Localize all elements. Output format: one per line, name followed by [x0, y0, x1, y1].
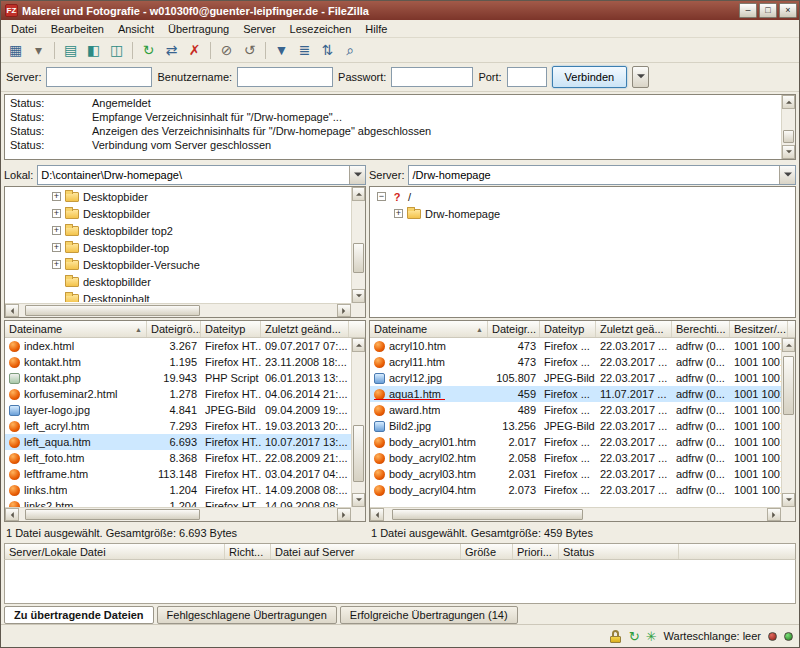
scroll-right-icon[interactable]: [337, 304, 351, 317]
scrollbar-thumb[interactable]: [25, 305, 200, 316]
filter-icon[interactable]: ▼: [270, 40, 293, 61]
menu-hilfe[interactable]: Hilfe: [358, 21, 394, 37]
toggle-message-log-icon[interactable]: ▤: [59, 40, 82, 61]
tree-item-desktopinhalt[interactable]: Desktopinhalt: [6, 290, 350, 302]
column-header-perms[interactable]: Berechti...: [672, 321, 730, 337]
queue-column-datei-auf-server[interactable]: Datei auf Server: [271, 544, 461, 559]
tree-item-desktopbillder[interactable]: desktopbillder: [6, 273, 350, 290]
column-header-size[interactable]: Dateigrö...: [147, 321, 201, 337]
file-row[interactable]: leftframe.htm113.148Firefox HT...03.04.2…: [5, 466, 351, 482]
close-button[interactable]: ×: [779, 3, 797, 18]
scrollbar-track[interactable]: [352, 201, 365, 289]
scrollbar-thumb[interactable]: [25, 509, 200, 520]
file-row[interactable]: aqua1.htm459Firefox ...11.07.2017 ...adf…: [370, 386, 781, 402]
tree-item-[interactable]: −?/: [371, 188, 794, 205]
site-manager-dropdown-icon[interactable]: ▾: [27, 40, 50, 61]
find-icon[interactable]: ⌕: [339, 40, 362, 61]
site-manager-icon[interactable]: ▦: [4, 40, 27, 61]
file-row[interactable]: acryl11.htm473Firefox ...22.03.2017 ...a…: [370, 354, 781, 370]
menu-lesezeichen[interactable]: Lesezeichen: [283, 21, 359, 37]
scroll-left-icon[interactable]: [5, 304, 19, 317]
queue-column-richt[interactable]: Richt...: [225, 544, 271, 559]
file-row[interactable]: acryl10.htm473Firefox ...22.03.2017 ...a…: [370, 338, 781, 354]
file-row[interactable]: body_acryl02.htm2.058Firefox ...22.03.20…: [370, 450, 781, 466]
sync-browse-icon[interactable]: ⇅: [316, 40, 339, 61]
scrollbar-track[interactable]: [782, 352, 795, 493]
menu-bearbeiten[interactable]: Bearbeiten: [44, 21, 111, 37]
reconnect-icon[interactable]: ↺: [238, 40, 261, 61]
scrollbar-track[interactable]: [782, 109, 795, 145]
scroll-down-icon[interactable]: [782, 145, 795, 159]
file-row[interactable]: left_aqua.htm6.693Firefox HT...10.07.201…: [5, 434, 351, 450]
local-tree-horizontal-scrollbar[interactable]: [5, 303, 351, 317]
remote-path-input[interactable]: [409, 166, 795, 184]
column-header-size[interactable]: Dateigr...: [488, 321, 540, 337]
scrollbar-track[interactable]: [19, 508, 337, 521]
expand-icon[interactable]: +: [394, 209, 403, 218]
scroll-down-icon[interactable]: [352, 289, 365, 303]
scroll-right-icon[interactable]: [767, 508, 781, 521]
scroll-left-icon[interactable]: [370, 508, 384, 521]
refresh-icon[interactable]: ↻: [137, 40, 160, 61]
scrollbar-track[interactable]: [384, 508, 767, 521]
tree-item-desktopbilder-versuche[interactable]: +Desktopbilder-Versuche: [6, 256, 350, 273]
column-header-name[interactable]: Dateiname▲: [370, 321, 488, 337]
scroll-down-icon[interactable]: [352, 493, 365, 507]
menu-ansicht[interactable]: Ansicht: [111, 21, 161, 37]
file-row[interactable]: left_acryl.htm7.293Firefox HT...19.03.20…: [5, 418, 351, 434]
file-row[interactable]: acryl12.jpg105.807JPEG-Bild22.03.2017 ..…: [370, 370, 781, 386]
local-list-vertical-scrollbar[interactable]: [351, 338, 365, 507]
file-row[interactable]: award.htm489Firefox ...22.03.2017 ...adf…: [370, 402, 781, 418]
scrollbar-thumb[interactable]: [392, 509, 584, 520]
file-row[interactable]: kontakt.htm1.195Firefox HT...23.11.2008 …: [5, 354, 351, 370]
column-header-owner[interactable]: Besitzer/...: [730, 321, 788, 337]
menu-übertragung[interactable]: Übertragung: [161, 21, 236, 37]
minimize-button[interactable]: –: [739, 3, 757, 18]
scrollbar-track[interactable]: [352, 352, 365, 493]
remote-list-vertical-scrollbar[interactable]: [781, 338, 795, 507]
file-row[interactable]: links.htm1.204Firefox HT...14.09.2008 08…: [5, 482, 351, 498]
scroll-down-icon[interactable]: [782, 493, 795, 507]
lock-icon[interactable]: [610, 630, 622, 643]
tree-item-desktopbilder-top2[interactable]: +desktopbilder top2: [6, 222, 350, 239]
scrollbar-thumb[interactable]: [783, 130, 794, 143]
column-header-type[interactable]: Dateityp: [540, 321, 596, 337]
remote-list-horizontal-scrollbar[interactable]: [370, 507, 781, 521]
scroll-left-icon[interactable]: [5, 508, 19, 521]
expand-icon[interactable]: +: [52, 209, 61, 218]
disconnect-icon[interactable]: ⊘: [215, 40, 238, 61]
combo-dropdown-icon[interactable]: [349, 166, 365, 184]
file-row[interactable]: body_acryl01.htm2.017Firefox ...22.03.20…: [370, 434, 781, 450]
toggle-directory-trees-icon[interactable]: ◧: [82, 40, 105, 61]
scrollbar-track[interactable]: [19, 304, 337, 317]
tree-item-desktopbider[interactable]: +Desktopbider: [6, 188, 350, 205]
file-row[interactable]: links2.htm1.204Firefox HT...14.09.2008 0…: [5, 498, 351, 507]
tree-item-desktopbilder-top[interactable]: +Desktopbilder-top: [6, 239, 350, 256]
log-vertical-scrollbar[interactable]: [781, 95, 795, 159]
process-queue-icon[interactable]: ⇄: [160, 40, 183, 61]
local-path-input[interactable]: [38, 166, 365, 184]
column-header-type[interactable]: Dateityp: [201, 321, 261, 337]
quickconnect-button[interactable]: Verbinden: [552, 66, 628, 88]
server-input[interactable]: [46, 67, 152, 87]
queue-column-priori[interactable]: Priori...: [513, 544, 559, 559]
menu-datei[interactable]: Datei: [4, 21, 44, 37]
password-input[interactable]: [391, 67, 473, 87]
column-header-modified[interactable]: Zuletzt geä...: [596, 321, 672, 337]
file-row[interactable]: kontakt.php19.943PHP Script06.01.2013 13…: [5, 370, 351, 386]
local-tree-vertical-scrollbar[interactable]: [351, 187, 365, 303]
queue-column-größe[interactable]: Größe: [461, 544, 513, 559]
file-row[interactable]: body_acryl03.htm2.031Firefox ...22.03.20…: [370, 466, 781, 482]
menu-server[interactable]: Server: [236, 21, 282, 37]
tree-item-drw-homepage[interactable]: +Drw-homepage: [371, 205, 794, 222]
cancel-icon[interactable]: ✗: [183, 40, 206, 61]
remote-path-combobox[interactable]: [408, 165, 796, 185]
file-row[interactable]: body_acryl04.htm2.073Firefox ...22.03.20…: [370, 482, 781, 498]
file-row[interactable]: Bild2.jpg13.256JPEG-Bild22.03.2017 ...ad…: [370, 418, 781, 434]
file-row[interactable]: left_foto.htm8.368Firefox HT...22.08.200…: [5, 450, 351, 466]
scrollbar-thumb[interactable]: [353, 243, 364, 273]
expand-icon[interactable]: +: [52, 226, 61, 235]
local-list-horizontal-scrollbar[interactable]: [5, 507, 351, 521]
port-input[interactable]: [507, 67, 547, 87]
file-row[interactable]: korfuseminar2.html1.278Firefox HT...04.0…: [5, 386, 351, 402]
